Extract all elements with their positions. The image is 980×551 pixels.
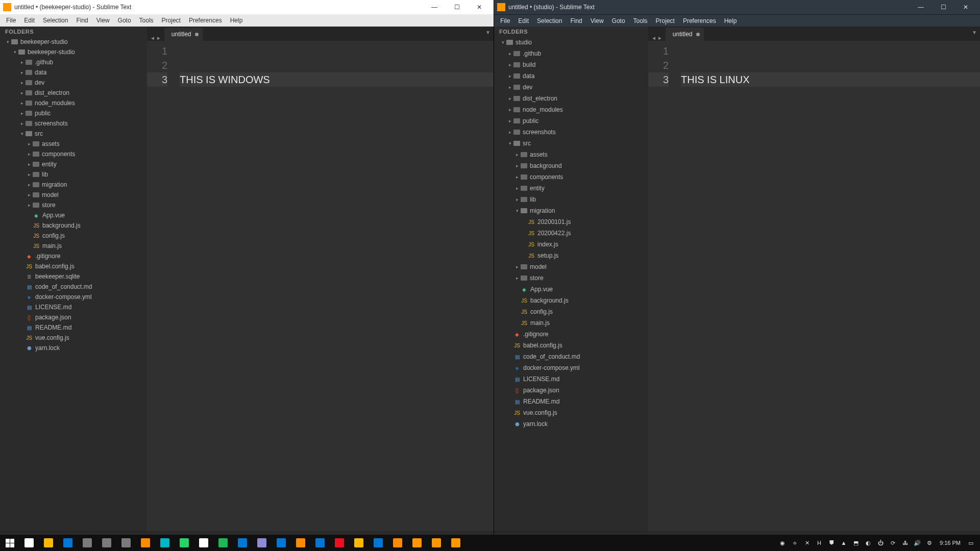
tree-item[interactable]: ▸store xyxy=(0,200,147,210)
taskbar-app[interactable] xyxy=(39,535,58,551)
taskbar-app[interactable] xyxy=(233,535,252,551)
menu-selection[interactable]: Selection xyxy=(533,16,566,26)
tray-icon[interactable]: ⏻ xyxy=(874,535,887,551)
sidebar[interactable]: FOLDERS ▾beekeeper-studio▾beekeeper-stud… xyxy=(0,27,147,532)
taskbar-app[interactable] xyxy=(116,535,136,551)
tree-item[interactable]: ▸assets xyxy=(0,139,147,149)
tree-item[interactable]: ▤code_of_conduct.md xyxy=(494,351,648,362)
tree-item[interactable]: ▸lib xyxy=(0,169,147,180)
tree-item[interactable]: ▾src xyxy=(494,138,648,149)
taskbar-app[interactable] xyxy=(78,535,97,551)
tree-item[interactable]: ▸dist_electron xyxy=(0,88,147,98)
tray-icon[interactable]: 🖧 xyxy=(899,535,911,551)
chevron-right-icon[interactable]: ▸ xyxy=(507,96,512,101)
chevron-right-icon[interactable]: ▸ xyxy=(514,276,520,281)
chevron-down-icon[interactable]: ▾ xyxy=(500,40,505,45)
taskbar-app[interactable] xyxy=(330,535,349,551)
tray-icon[interactable]: ✕ xyxy=(801,535,813,551)
tree-item[interactable]: ▸data xyxy=(0,67,147,78)
tree-item[interactable]: ▤LICENSE.md xyxy=(494,373,648,385)
tree-item[interactable]: ▾src xyxy=(0,129,147,139)
chevron-right-icon[interactable]: ▸ xyxy=(514,174,520,180)
taskbar-app[interactable] xyxy=(388,535,407,551)
tree-item[interactable]: ▸migration xyxy=(0,180,147,190)
taskbar-app[interactable] xyxy=(446,535,465,551)
chevron-right-icon[interactable]: ▸ xyxy=(27,152,32,157)
close-button[interactable]: ✕ xyxy=(954,0,977,14)
chevron-down-icon[interactable]: ▾ xyxy=(507,141,512,146)
tree-item[interactable]: ▸data xyxy=(494,70,648,82)
chevron-right-icon[interactable]: ▸ xyxy=(27,162,32,167)
tree-item[interactable]: ▤LICENSE.md xyxy=(0,302,147,312)
tab-prev-icon[interactable]: ◄ xyxy=(651,35,656,41)
menu-help[interactable]: Help xyxy=(720,16,741,26)
tree-item[interactable]: ▸assets xyxy=(494,149,648,160)
menu-file[interactable]: File xyxy=(496,16,514,26)
tab-overflow-icon[interactable]: ▼ xyxy=(485,30,491,35)
tree-item[interactable]: ▸lib xyxy=(494,194,648,205)
menu-file[interactable]: File xyxy=(2,15,20,26)
tree-item[interactable]: ▤README.md xyxy=(494,396,648,407)
start-button[interactable] xyxy=(0,535,19,551)
taskbar-app[interactable] xyxy=(349,535,369,551)
menu-tools[interactable]: Tools xyxy=(135,15,158,26)
chevron-right-icon[interactable]: ▸ xyxy=(514,186,520,191)
tab-overflow-icon[interactable]: ▼ xyxy=(972,30,977,35)
taskbar-app[interactable] xyxy=(58,535,78,551)
tree-item[interactable]: ▸dev xyxy=(494,82,648,93)
menu-selection[interactable]: Selection xyxy=(39,15,72,26)
chevron-right-icon[interactable]: ▸ xyxy=(507,62,512,67)
chevron-down-icon[interactable]: ▾ xyxy=(12,49,17,55)
tree-item[interactable]: ▤code_of_conduct.md xyxy=(0,282,147,292)
tree-item[interactable]: ▸screenshots xyxy=(0,118,147,129)
tree-item[interactable]: ▸screenshots xyxy=(494,127,648,138)
tree-item[interactable]: ▸components xyxy=(0,149,147,159)
tree-item[interactable]: JSindex.js xyxy=(494,239,648,250)
taskbar-app[interactable] xyxy=(175,535,194,551)
tree-item[interactable]: JSvue.config.js xyxy=(0,333,147,343)
chevron-down-icon[interactable]: ▾ xyxy=(514,208,520,213)
tray-icon[interactable]: ⎆ xyxy=(789,535,801,551)
menu-project[interactable]: Project xyxy=(158,15,185,26)
tree-item[interactable]: ▾beekeeper-studio xyxy=(0,37,147,47)
tree-item[interactable]: JSvue.config.js xyxy=(494,407,648,418)
tree-item[interactable]: JSbabel.config.js xyxy=(494,340,648,351)
chevron-right-icon[interactable]: ▸ xyxy=(507,130,512,135)
tree-item[interactable]: JSconfig.js xyxy=(494,306,648,317)
chevron-right-icon[interactable]: ▸ xyxy=(27,141,32,146)
menu-project[interactable]: Project xyxy=(652,16,679,26)
menu-goto[interactable]: Goto xyxy=(114,15,135,26)
tree-item[interactable]: ⬣yarn.lock xyxy=(494,418,648,430)
tree-item[interactable]: ◆App.vue xyxy=(0,210,147,220)
tree-item[interactable]: JSsetup.js xyxy=(494,250,648,261)
tree-item[interactable]: ▸build xyxy=(494,59,648,70)
tree-item[interactable]: ▸entity xyxy=(0,159,147,169)
taskbar-app[interactable] xyxy=(136,535,155,551)
chevron-right-icon[interactable]: ▸ xyxy=(514,152,520,157)
taskbar-app[interactable] xyxy=(291,535,310,551)
taskbar-app[interactable] xyxy=(97,535,116,551)
chevron-right-icon[interactable]: ▸ xyxy=(507,85,512,90)
tree-item[interactable]: ▸entity xyxy=(494,183,648,194)
tray-icon[interactable]: ◉ xyxy=(776,535,789,551)
chevron-right-icon[interactable]: ▸ xyxy=(19,90,24,95)
tree-item[interactable]: JSmain.js xyxy=(494,317,648,329)
menu-find[interactable]: Find xyxy=(566,16,586,26)
chevron-right-icon[interactable]: ▸ xyxy=(19,80,24,85)
chevron-right-icon[interactable]: ▸ xyxy=(27,203,32,208)
close-button[interactable]: ✕ xyxy=(468,0,491,14)
chevron-right-icon[interactable]: ▸ xyxy=(507,107,512,112)
chevron-right-icon[interactable]: ▸ xyxy=(27,182,32,187)
taskbar-app[interactable] xyxy=(369,535,388,551)
editor[interactable]: 1 2 3 THIS IS LINUX xyxy=(648,41,980,532)
menu-goto[interactable]: Goto xyxy=(608,16,629,26)
tree-item[interactable]: ▸.github xyxy=(494,48,648,59)
tree-item[interactable]: ⬣yarn.lock xyxy=(0,343,147,353)
tree-item[interactable]: {}package.json xyxy=(494,385,648,396)
tree-item[interactable]: ▸model xyxy=(0,190,147,200)
tab-next-icon[interactable]: ► xyxy=(657,35,663,41)
menu-preferences[interactable]: Preferences xyxy=(679,16,720,26)
notifications-icon[interactable]: ▭ xyxy=(965,535,977,551)
chevron-right-icon[interactable]: ▸ xyxy=(27,192,32,197)
tree-item[interactable]: ▸.github xyxy=(0,57,147,67)
